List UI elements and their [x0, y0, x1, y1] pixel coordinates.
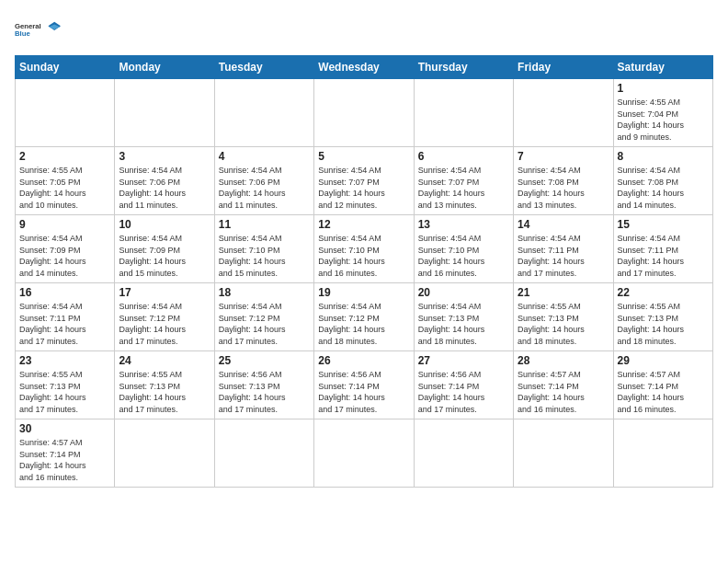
day-info: Sunrise: 4:54 AM Sunset: 7:10 PM Dayligh… [219, 233, 310, 279]
day-info: Sunrise: 4:55 AM Sunset: 7:04 PM Dayligh… [618, 97, 709, 143]
day-number: 9 [19, 218, 110, 231]
day-number: 28 [518, 354, 609, 367]
day-info: Sunrise: 4:54 AM Sunset: 7:06 PM Dayligh… [219, 165, 310, 211]
day-number: 24 [119, 354, 210, 367]
day-info: Sunrise: 4:54 AM Sunset: 7:09 PM Dayligh… [19, 233, 110, 279]
day-number: 12 [318, 218, 409, 231]
day-number: 16 [19, 286, 110, 299]
table-cell: 29Sunrise: 4:57 AM Sunset: 7:14 PM Dayli… [613, 351, 712, 419]
table-cell: 27Sunrise: 4:56 AM Sunset: 7:14 PM Dayli… [414, 351, 513, 419]
table-cell: 13Sunrise: 4:54 AM Sunset: 7:10 PM Dayli… [414, 215, 513, 283]
table-cell: 26Sunrise: 4:56 AM Sunset: 7:14 PM Dayli… [314, 351, 414, 419]
day-info: Sunrise: 4:54 AM Sunset: 7:07 PM Dayligh… [418, 165, 509, 211]
weekday-header-row: SundayMondayTuesdayWednesdayThursdayFrid… [16, 56, 713, 79]
day-info: Sunrise: 4:54 AM Sunset: 7:06 PM Dayligh… [119, 165, 210, 211]
day-number: 3 [119, 150, 210, 163]
weekday-tuesday: Tuesday [214, 56, 313, 79]
week-row-4: 16Sunrise: 4:54 AM Sunset: 7:11 PM Dayli… [16, 283, 713, 351]
table-cell: 1Sunrise: 4:55 AM Sunset: 7:04 PM Daylig… [613, 79, 712, 147]
table-cell: 7Sunrise: 4:54 AM Sunset: 7:08 PM Daylig… [514, 147, 613, 215]
day-number: 1 [618, 82, 709, 95]
table-cell [514, 419, 613, 488]
svg-text:General: General [15, 22, 41, 30]
day-info: Sunrise: 4:54 AM Sunset: 7:09 PM Dayligh… [119, 233, 210, 279]
weekday-friday: Friday [514, 56, 613, 79]
page: General Blue SundayMondayTuesdayWednesda… [0, 0, 728, 563]
table-cell: 14Sunrise: 4:54 AM Sunset: 7:11 PM Dayli… [514, 215, 613, 283]
day-info: Sunrise: 4:55 AM Sunset: 7:13 PM Dayligh… [119, 369, 210, 415]
table-cell [214, 79, 313, 147]
day-info: Sunrise: 4:54 AM Sunset: 7:10 PM Dayligh… [418, 233, 509, 279]
day-number: 26 [318, 354, 409, 367]
table-cell: 4Sunrise: 4:54 AM Sunset: 7:06 PM Daylig… [214, 147, 313, 215]
day-info: Sunrise: 4:54 AM Sunset: 7:11 PM Dayligh… [19, 301, 110, 347]
table-cell: 12Sunrise: 4:54 AM Sunset: 7:10 PM Dayli… [314, 215, 414, 283]
table-cell: 25Sunrise: 4:56 AM Sunset: 7:13 PM Dayli… [214, 351, 313, 419]
table-cell: 18Sunrise: 4:54 AM Sunset: 7:12 PM Dayli… [214, 283, 313, 351]
table-cell: 6Sunrise: 4:54 AM Sunset: 7:07 PM Daylig… [414, 147, 513, 215]
day-info: Sunrise: 4:54 AM Sunset: 7:07 PM Dayligh… [318, 165, 409, 211]
day-info: Sunrise: 4:57 AM Sunset: 7:14 PM Dayligh… [19, 437, 110, 483]
table-cell: 5Sunrise: 4:54 AM Sunset: 7:07 PM Daylig… [314, 147, 414, 215]
day-info: Sunrise: 4:54 AM Sunset: 7:12 PM Dayligh… [119, 301, 210, 347]
table-cell [613, 419, 712, 488]
day-number: 13 [418, 218, 509, 231]
day-info: Sunrise: 4:54 AM Sunset: 7:12 PM Dayligh… [318, 301, 409, 347]
day-info: Sunrise: 4:54 AM Sunset: 7:08 PM Dayligh… [618, 165, 709, 211]
table-cell: 20Sunrise: 4:54 AM Sunset: 7:13 PM Dayli… [414, 283, 513, 351]
day-number: 27 [418, 354, 509, 367]
table-cell: 2Sunrise: 4:55 AM Sunset: 7:05 PM Daylig… [16, 147, 115, 215]
week-row-5: 23Sunrise: 4:55 AM Sunset: 7:13 PM Dayli… [16, 351, 713, 419]
generalblue-logo-icon: General Blue [15, 11, 61, 48]
table-cell: 30Sunrise: 4:57 AM Sunset: 7:14 PM Dayli… [16, 419, 115, 488]
day-info: Sunrise: 4:55 AM Sunset: 7:13 PM Dayligh… [618, 301, 709, 347]
weekday-saturday: Saturday [613, 56, 712, 79]
day-info: Sunrise: 4:55 AM Sunset: 7:05 PM Dayligh… [19, 165, 110, 211]
header: General Blue [15, 11, 713, 48]
day-number: 7 [518, 150, 609, 163]
table-cell: 8Sunrise: 4:54 AM Sunset: 7:08 PM Daylig… [613, 147, 712, 215]
day-number: 18 [219, 286, 310, 299]
weekday-monday: Monday [115, 56, 214, 79]
table-cell: 11Sunrise: 4:54 AM Sunset: 7:10 PM Dayli… [214, 215, 313, 283]
table-cell: 23Sunrise: 4:55 AM Sunset: 7:13 PM Dayli… [16, 351, 115, 419]
table-cell [115, 419, 214, 488]
table-cell: 3Sunrise: 4:54 AM Sunset: 7:06 PM Daylig… [115, 147, 214, 215]
logo: General Blue [15, 11, 61, 48]
table-cell: 21Sunrise: 4:55 AM Sunset: 7:13 PM Dayli… [514, 283, 613, 351]
table-cell: 15Sunrise: 4:54 AM Sunset: 7:11 PM Dayli… [613, 215, 712, 283]
table-cell: 22Sunrise: 4:55 AM Sunset: 7:13 PM Dayli… [613, 283, 712, 351]
day-number: 22 [618, 286, 709, 299]
day-number: 29 [618, 354, 709, 367]
calendar-table: SundayMondayTuesdayWednesdayThursdayFrid… [15, 55, 713, 488]
day-number: 5 [318, 150, 409, 163]
day-info: Sunrise: 4:57 AM Sunset: 7:14 PM Dayligh… [618, 369, 709, 415]
day-info: Sunrise: 4:54 AM Sunset: 7:11 PM Dayligh… [518, 233, 609, 279]
week-row-2: 2Sunrise: 4:55 AM Sunset: 7:05 PM Daylig… [16, 147, 713, 215]
day-info: Sunrise: 4:54 AM Sunset: 7:13 PM Dayligh… [418, 301, 509, 347]
day-number: 15 [618, 218, 709, 231]
svg-text:Blue: Blue [15, 29, 30, 38]
table-cell: 16Sunrise: 4:54 AM Sunset: 7:11 PM Dayli… [16, 283, 115, 351]
table-cell [115, 79, 214, 147]
day-number: 30 [19, 422, 110, 435]
table-cell: 10Sunrise: 4:54 AM Sunset: 7:09 PM Dayli… [115, 215, 214, 283]
table-cell [514, 79, 613, 147]
table-cell: 28Sunrise: 4:57 AM Sunset: 7:14 PM Dayli… [514, 351, 613, 419]
week-row-1: 1Sunrise: 4:55 AM Sunset: 7:04 PM Daylig… [16, 79, 713, 147]
day-number: 25 [219, 354, 310, 367]
table-cell: 9Sunrise: 4:54 AM Sunset: 7:09 PM Daylig… [16, 215, 115, 283]
table-cell [414, 79, 513, 147]
day-info: Sunrise: 4:54 AM Sunset: 7:12 PM Dayligh… [219, 301, 310, 347]
weekday-thursday: Thursday [414, 56, 513, 79]
day-number: 4 [219, 150, 310, 163]
day-number: 20 [418, 286, 509, 299]
day-info: Sunrise: 4:55 AM Sunset: 7:13 PM Dayligh… [19, 369, 110, 415]
table-cell [214, 419, 313, 488]
day-info: Sunrise: 4:54 AM Sunset: 7:10 PM Dayligh… [318, 233, 409, 279]
table-cell [314, 79, 414, 147]
day-info: Sunrise: 4:54 AM Sunset: 7:11 PM Dayligh… [618, 233, 709, 279]
day-number: 19 [318, 286, 409, 299]
day-number: 6 [418, 150, 509, 163]
day-info: Sunrise: 4:57 AM Sunset: 7:14 PM Dayligh… [518, 369, 609, 415]
